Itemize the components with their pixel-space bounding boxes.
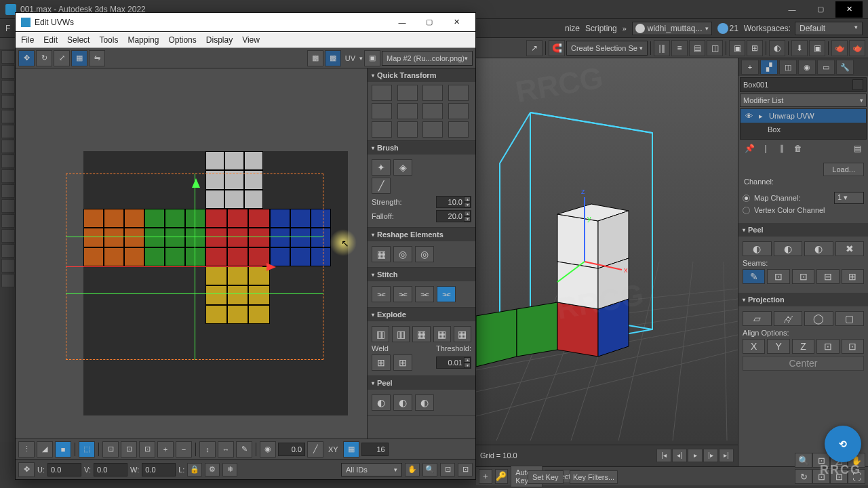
create-tab-icon[interactable]: + [741, 60, 759, 75]
options-icon[interactable]: ⚙ [205, 463, 220, 476]
ring-icon[interactable]: ↔ [218, 441, 234, 458]
left-tool-4[interactable] [1, 95, 15, 108]
peel-rollout-header[interactable]: Peel [738, 223, 868, 237]
left-tool-13[interactable] [1, 229, 15, 243]
peel-btn-1[interactable]: ◐ [372, 394, 391, 411]
display-tab-icon[interactable]: ▭ [817, 60, 835, 75]
uv-maximize-button[interactable]: ▢ [416, 14, 443, 30]
sel-btn-5[interactable]: − [176, 441, 192, 458]
goto-end-icon[interactable]: ▸| [719, 449, 734, 462]
weld-btn-2[interactable]: ⊞ [393, 354, 412, 371]
mirror-tool-icon[interactable]: ⇋ [89, 50, 105, 66]
checker-icon[interactable]: ▩ [307, 50, 323, 66]
reshape-btn-1[interactable]: ▦ [372, 246, 391, 262]
minimize-button[interactable]: — [778, 1, 806, 18]
qt-btn-6[interactable] [397, 103, 418, 119]
pin-stack-icon[interactable]: 📌 [744, 143, 755, 154]
explode-btn-3[interactable]: ▦ [412, 326, 430, 342]
map-channel-value[interactable]: 1 ▾ [834, 192, 864, 204]
motion-tab-icon[interactable]: ◉ [798, 60, 816, 75]
render-frame-icon[interactable]: ▣ [809, 40, 825, 56]
gizmo-x-arrow-icon[interactable] [267, 263, 276, 271]
menu-scripting[interactable]: Scripting [585, 24, 617, 33]
soft-sel-icon[interactable]: ◉ [260, 441, 276, 458]
uv-menu-file[interactable]: File [21, 35, 34, 45]
brush-relax-icon[interactable]: ◈ [393, 159, 412, 176]
notifications[interactable]: 21 [717, 23, 738, 34]
peel-btn-3[interactable]: ◐ [415, 394, 434, 411]
proj-cylinder-icon[interactable]: ⌭ [774, 311, 803, 326]
sel-btn-2[interactable]: ⊡ [121, 441, 137, 458]
explode-btn-5[interactable]: ▦ [454, 326, 471, 342]
paint-sel-icon[interactable]: ✎ [236, 441, 252, 458]
soft-falloff-input[interactable] [278, 443, 305, 456]
gizmo-y-arrow-icon[interactable] [192, 178, 200, 188]
explode-btn-1[interactable]: ▥ [372, 326, 389, 342]
next-frame-icon[interactable]: |▸ [703, 449, 718, 462]
move-tool-icon[interactable]: ✥ [18, 50, 35, 66]
w-input[interactable] [142, 463, 176, 476]
explode-btn-4[interactable]: ▦ [433, 326, 451, 342]
uv-menu-mapping[interactable]: Mapping [127, 35, 159, 45]
weld-btn-1[interactable]: ⊞ [372, 354, 391, 371]
checker2-icon[interactable]: ▩ [325, 50, 341, 66]
rotate-tool-icon[interactable]: ↻ [36, 50, 52, 66]
peel-header[interactable]: Peel [368, 376, 475, 390]
nav-zoom-icon[interactable]: 🔍 [795, 453, 812, 468]
reshape-header[interactable]: Reshape Elements [368, 228, 475, 241]
stitch-btn-2[interactable]: ⫘ [393, 286, 412, 302]
maximize-button[interactable]: ▢ [807, 1, 834, 18]
seam-btn-1[interactable]: ✎ [743, 269, 765, 284]
move-mode-icon[interactable]: ✥ [18, 462, 35, 477]
qt-btn-4[interactable] [448, 85, 469, 101]
center-button[interactable]: Center [743, 356, 864, 371]
align-y-button[interactable]: Y [767, 339, 789, 354]
arrow-tool-icon[interactable]: ↗ [526, 40, 542, 56]
nav-orbit-icon[interactable]: ↻ [795, 469, 812, 484]
magnet-icon[interactable]: 🧲 [549, 40, 565, 56]
render-setup-icon[interactable]: ⬇ [791, 40, 808, 56]
schematic-icon[interactable]: ⊞ [747, 40, 763, 56]
goto-start-icon[interactable]: |◂ [656, 449, 671, 462]
modifier-stack[interactable]: 👁 ▸ Unwrap UVW Box [740, 108, 867, 140]
material-editor-icon[interactable]: ◐ [769, 40, 785, 56]
uv-minimize-button[interactable]: — [389, 14, 416, 30]
seam-btn-5[interactable]: ⊞ [842, 269, 864, 284]
show-end-icon[interactable]: | [760, 143, 771, 154]
peel-cmd-2[interactable]: ◐ [774, 241, 803, 256]
stitch-btn-3[interactable]: ⫘ [415, 286, 434, 302]
align-icon[interactable]: ≡ [671, 40, 688, 56]
remove-mod-icon[interactable]: 🗑 [793, 143, 804, 154]
peel-cmd-3[interactable]: ◐ [804, 241, 833, 256]
left-tool-11[interactable] [1, 199, 15, 213]
left-tool-2[interactable] [1, 65, 15, 79]
peel-cmd-4[interactable]: ✖ [835, 241, 865, 256]
teapot2-icon[interactable]: 🫖 [849, 40, 865, 56]
teapot-icon[interactable]: 🫖 [831, 40, 848, 56]
selection-set-combo[interactable]: Create Selection Se ▾ [566, 41, 648, 56]
seam-btn-4[interactable]: ⊟ [816, 269, 839, 284]
proj-box-icon[interactable]: ▢ [835, 311, 865, 326]
hierarchy-tab-icon[interactable]: ◫ [779, 60, 797, 75]
load-button[interactable]: Load... [823, 163, 864, 176]
uv-canvas[interactable]: ↖ [16, 68, 367, 439]
left-tool-12[interactable] [1, 214, 15, 228]
loop-icon[interactable]: ↕ [199, 441, 216, 458]
qt-btn-11[interactable] [422, 121, 443, 138]
left-tool-9[interactable] [1, 169, 15, 183]
layers-icon[interactable]: ▤ [689, 40, 705, 56]
align-x-button[interactable]: X [743, 339, 765, 354]
v-input[interactable] [94, 463, 127, 476]
grid-size-input[interactable] [361, 443, 389, 456]
expand-icon[interactable]: ▸ [757, 112, 765, 121]
quick-transform-header[interactable]: Quick Transform [368, 68, 475, 82]
close-button[interactable]: ✕ [835, 1, 863, 18]
falloff-spinner[interactable]: ▴▾ [436, 210, 471, 222]
object-name-field[interactable]: Box001 [740, 77, 867, 92]
eye-icon[interactable]: 👁 [745, 112, 753, 120]
left-tool-16[interactable] [1, 274, 15, 287]
key-filters-button[interactable]: Key Filters... [570, 470, 618, 484]
left-tool-10[interactable] [1, 184, 15, 198]
qt-btn-2[interactable] [397, 85, 418, 101]
left-tool-6[interactable] [1, 125, 15, 138]
